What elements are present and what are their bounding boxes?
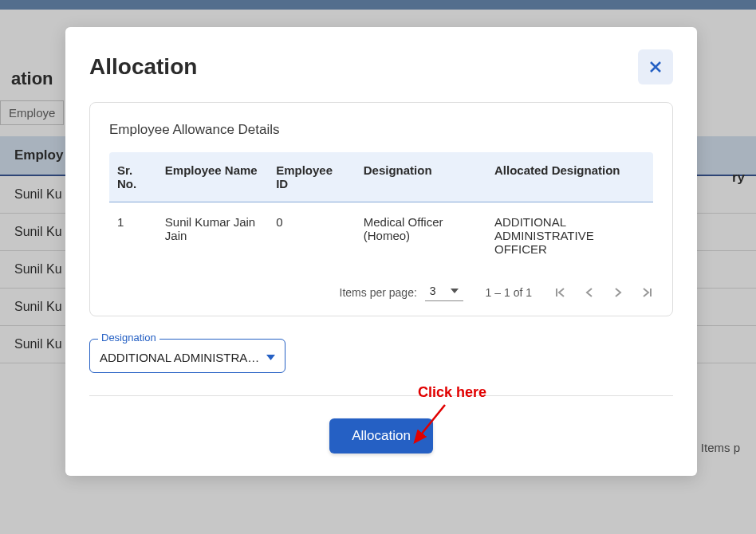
chevron-left-icon — [583, 286, 596, 299]
page-range: 1 – 1 of 1 — [486, 286, 532, 299]
paginator: Items per page: 3 1 – 1 of 1 — [109, 283, 653, 301]
items-per-page: Items per page: 3 — [340, 283, 463, 301]
designation-value-row: ADDITIONAL ADMINISTRA… — [100, 351, 275, 364]
cell-designation: Medical Officer (Homeo) — [356, 202, 486, 269]
designation-select[interactable]: Designation ADDITIONAL ADMINISTRA… — [89, 339, 285, 373]
modal-header: Allocation — [89, 49, 673, 84]
action-row: Allocation — [89, 418, 673, 454]
card-title: Employee Allowance Details — [109, 122, 653, 138]
paginator-buttons — [554, 286, 653, 299]
chevron-right-icon — [612, 286, 624, 299]
col-name: Employee Name — [157, 152, 268, 202]
col-designation: Designation — [356, 152, 486, 202]
designation-field-wrap: Designation ADDITIONAL ADMINISTRA… — [89, 339, 673, 373]
dropdown-icon — [266, 355, 275, 360]
prev-page-button[interactable] — [583, 286, 596, 299]
divider — [89, 395, 673, 396]
close-button[interactable] — [638, 49, 673, 84]
table-row: 1 Sunil Kumar Jain Jain 0 Medical Office… — [109, 202, 653, 269]
ipp-select[interactable]: 3 — [425, 283, 463, 301]
cell-id: 0 — [268, 202, 356, 269]
next-page-button[interactable] — [612, 286, 624, 299]
col-allocated: Allocated Designation — [486, 152, 653, 202]
modal-title: Allocation — [89, 54, 197, 80]
allocation-button[interactable]: Allocation — [329, 418, 433, 454]
cell-allocated: ADDITIONAL ADMINISTRATIVE OFFICER — [486, 202, 653, 269]
ipp-label: Items per page: — [340, 286, 417, 299]
designation-label: Designation — [98, 332, 159, 344]
col-id: Employee ID — [268, 152, 356, 202]
col-sr: Sr. No. — [109, 152, 157, 202]
allowance-card: Employee Allowance Details Sr. No. Emplo… — [89, 102, 673, 316]
table-header: Sr. No. Employee Name Employee ID Design… — [109, 152, 653, 202]
last-page-icon — [640, 286, 653, 299]
cell-name: Sunil Kumar Jain Jain — [157, 202, 268, 269]
designation-value: ADDITIONAL ADMINISTRA… — [100, 351, 259, 364]
last-page-button[interactable] — [640, 286, 653, 299]
first-page-icon — [554, 286, 567, 299]
cell-sr: 1 — [109, 202, 157, 269]
annotation-text: Click here — [418, 384, 486, 401]
close-icon — [648, 59, 663, 75]
allowance-table: Sr. No. Employee Name Employee ID Design… — [109, 152, 653, 269]
dropdown-icon — [451, 289, 459, 293]
allocation-modal: Allocation Employee Allowance Details Sr… — [65, 27, 697, 476]
first-page-button[interactable] — [554, 286, 567, 299]
ipp-value: 3 — [430, 285, 436, 297]
